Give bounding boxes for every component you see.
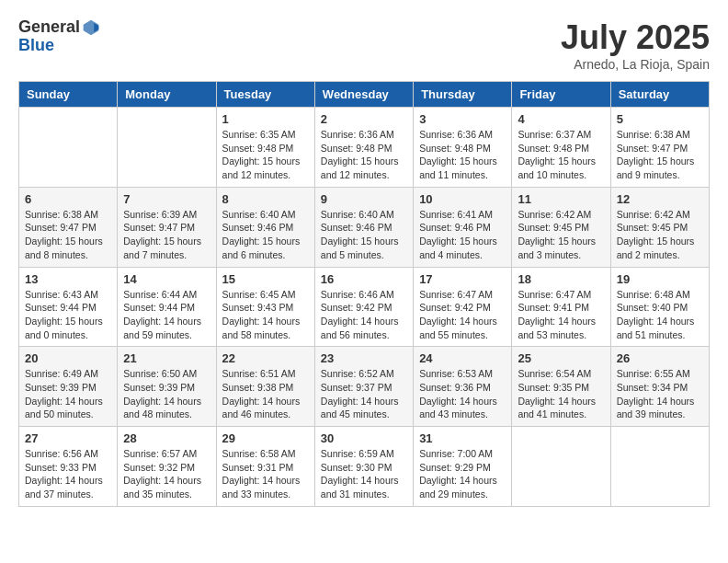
table-row: 22Sunrise: 6:51 AM Sunset: 9:38 PM Dayli… [216, 347, 314, 427]
day-info: Sunrise: 6:57 AM Sunset: 9:32 PM Dayligh… [123, 447, 210, 501]
day-number: 12 [617, 192, 703, 206]
header-friday: Friday [512, 82, 610, 108]
table-row: 23Sunrise: 6:52 AM Sunset: 9:37 PM Dayli… [314, 347, 413, 427]
day-info: Sunrise: 6:43 AM Sunset: 9:44 PM Dayligh… [25, 288, 111, 342]
location: Arnedo, La Rioja, Spain [561, 57, 710, 72]
day-info: Sunrise: 7:00 AM Sunset: 9:29 PM Dayligh… [419, 447, 506, 501]
table-row: 14Sunrise: 6:44 AM Sunset: 9:44 PM Dayli… [118, 267, 216, 347]
table-row: 7Sunrise: 6:39 AM Sunset: 9:47 PM Daylig… [118, 187, 216, 267]
logo-blue: Blue [18, 37, 100, 55]
page-header: General Blue July 2025 Arnedo, La Rioja,… [18, 18, 710, 72]
day-number: 19 [617, 272, 703, 286]
calendar-week-row: 20Sunrise: 6:49 AM Sunset: 9:39 PM Dayli… [19, 347, 710, 427]
day-info: Sunrise: 6:42 AM Sunset: 9:45 PM Dayligh… [518, 208, 604, 262]
day-info: Sunrise: 6:47 AM Sunset: 9:41 PM Dayligh… [518, 288, 604, 342]
table-row [118, 108, 216, 188]
logo: General Blue [18, 18, 100, 55]
day-number: 4 [518, 112, 604, 126]
month-title: July 2025 [561, 18, 710, 57]
table-row: 11Sunrise: 6:42 AM Sunset: 9:45 PM Dayli… [512, 187, 610, 267]
day-info: Sunrise: 6:42 AM Sunset: 9:45 PM Dayligh… [617, 208, 703, 262]
day-number: 6 [25, 192, 111, 206]
day-number: 18 [518, 272, 604, 286]
table-row: 26Sunrise: 6:55 AM Sunset: 9:34 PM Dayli… [610, 347, 709, 427]
day-number: 24 [419, 351, 506, 365]
table-row: 8Sunrise: 6:40 AM Sunset: 9:46 PM Daylig… [216, 187, 314, 267]
table-row: 9Sunrise: 6:40 AM Sunset: 9:46 PM Daylig… [314, 187, 413, 267]
table-row: 19Sunrise: 6:48 AM Sunset: 9:40 PM Dayli… [610, 267, 709, 347]
day-number: 1 [222, 112, 309, 126]
table-row: 21Sunrise: 6:50 AM Sunset: 9:39 PM Dayli… [118, 347, 216, 427]
table-row: 3Sunrise: 6:36 AM Sunset: 9:48 PM Daylig… [414, 108, 512, 188]
day-number: 29 [222, 431, 309, 445]
day-number: 27 [25, 431, 111, 445]
day-info: Sunrise: 6:53 AM Sunset: 9:36 PM Dayligh… [419, 367, 506, 421]
weekday-header-row: Sunday Monday Tuesday Wednesday Thursday… [19, 82, 710, 108]
table-row [512, 427, 610, 507]
table-row: 27Sunrise: 6:56 AM Sunset: 9:33 PM Dayli… [19, 427, 118, 507]
day-info: Sunrise: 6:52 AM Sunset: 9:37 PM Dayligh… [321, 367, 407, 421]
day-number: 10 [419, 192, 506, 206]
day-info: Sunrise: 6:36 AM Sunset: 9:48 PM Dayligh… [419, 128, 506, 182]
day-number: 16 [321, 272, 407, 286]
day-number: 22 [222, 351, 309, 365]
table-row: 25Sunrise: 6:54 AM Sunset: 9:35 PM Dayli… [512, 347, 610, 427]
calendar-week-row: 1Sunrise: 6:35 AM Sunset: 9:48 PM Daylig… [19, 108, 710, 188]
logo-icon [82, 18, 100, 37]
day-info: Sunrise: 6:58 AM Sunset: 9:31 PM Dayligh… [222, 447, 309, 501]
day-number: 20 [25, 351, 111, 365]
day-number: 31 [419, 431, 506, 445]
day-info: Sunrise: 6:46 AM Sunset: 9:42 PM Dayligh… [321, 288, 407, 342]
day-info: Sunrise: 6:40 AM Sunset: 9:46 PM Dayligh… [222, 208, 309, 262]
header-thursday: Thursday [414, 82, 512, 108]
table-row: 29Sunrise: 6:58 AM Sunset: 9:31 PM Dayli… [216, 427, 314, 507]
table-row: 16Sunrise: 6:46 AM Sunset: 9:42 PM Dayli… [314, 267, 413, 347]
day-info: Sunrise: 6:50 AM Sunset: 9:39 PM Dayligh… [123, 367, 210, 421]
day-number: 2 [321, 112, 407, 126]
day-number: 8 [222, 192, 309, 206]
day-number: 30 [321, 431, 407, 445]
header-saturday: Saturday [610, 82, 709, 108]
table-row: 20Sunrise: 6:49 AM Sunset: 9:39 PM Dayli… [19, 347, 118, 427]
logo-general: General [18, 18, 80, 37]
calendar-week-row: 6Sunrise: 6:38 AM Sunset: 9:47 PM Daylig… [19, 187, 710, 267]
day-info: Sunrise: 6:47 AM Sunset: 9:42 PM Dayligh… [419, 288, 506, 342]
calendar-week-row: 13Sunrise: 6:43 AM Sunset: 9:44 PM Dayli… [19, 267, 710, 347]
table-row [610, 427, 709, 507]
day-number: 17 [419, 272, 506, 286]
table-row: 31Sunrise: 7:00 AM Sunset: 9:29 PM Dayli… [414, 427, 512, 507]
day-number: 25 [518, 351, 604, 365]
table-row [19, 108, 118, 188]
table-row: 1Sunrise: 6:35 AM Sunset: 9:48 PM Daylig… [216, 108, 314, 188]
day-number: 3 [419, 112, 506, 126]
header-sunday: Sunday [19, 82, 118, 108]
day-info: Sunrise: 6:37 AM Sunset: 9:48 PM Dayligh… [518, 128, 604, 182]
day-info: Sunrise: 6:55 AM Sunset: 9:34 PM Dayligh… [617, 367, 703, 421]
table-row: 13Sunrise: 6:43 AM Sunset: 9:44 PM Dayli… [19, 267, 118, 347]
table-row: 5Sunrise: 6:38 AM Sunset: 9:47 PM Daylig… [610, 108, 709, 188]
table-row: 4Sunrise: 6:37 AM Sunset: 9:48 PM Daylig… [512, 108, 610, 188]
table-row: 10Sunrise: 6:41 AM Sunset: 9:46 PM Dayli… [414, 187, 512, 267]
day-info: Sunrise: 6:44 AM Sunset: 9:44 PM Dayligh… [123, 288, 210, 342]
table-row: 28Sunrise: 6:57 AM Sunset: 9:32 PM Dayli… [118, 427, 216, 507]
day-number: 21 [123, 351, 210, 365]
header-monday: Monday [118, 82, 216, 108]
calendar-week-row: 27Sunrise: 6:56 AM Sunset: 9:33 PM Dayli… [19, 427, 710, 507]
day-number: 23 [321, 351, 407, 365]
day-info: Sunrise: 6:54 AM Sunset: 9:35 PM Dayligh… [518, 367, 604, 421]
day-number: 28 [123, 431, 210, 445]
table-row: 6Sunrise: 6:38 AM Sunset: 9:47 PM Daylig… [19, 187, 118, 267]
table-row: 24Sunrise: 6:53 AM Sunset: 9:36 PM Dayli… [414, 347, 512, 427]
table-row: 18Sunrise: 6:47 AM Sunset: 9:41 PM Dayli… [512, 267, 610, 347]
day-info: Sunrise: 6:45 AM Sunset: 9:43 PM Dayligh… [222, 288, 309, 342]
calendar: Sunday Monday Tuesday Wednesday Thursday… [18, 81, 710, 507]
day-info: Sunrise: 6:56 AM Sunset: 9:33 PM Dayligh… [25, 447, 111, 501]
day-info: Sunrise: 6:59 AM Sunset: 9:30 PM Dayligh… [321, 447, 407, 501]
day-info: Sunrise: 6:40 AM Sunset: 9:46 PM Dayligh… [321, 208, 407, 262]
day-info: Sunrise: 6:38 AM Sunset: 9:47 PM Dayligh… [25, 208, 111, 262]
header-wednesday: Wednesday [314, 82, 413, 108]
table-row: 30Sunrise: 6:59 AM Sunset: 9:30 PM Dayli… [314, 427, 413, 507]
day-number: 5 [617, 112, 703, 126]
day-info: Sunrise: 6:38 AM Sunset: 9:47 PM Dayligh… [617, 128, 703, 182]
title-block: July 2025 Arnedo, La Rioja, Spain [561, 18, 710, 72]
